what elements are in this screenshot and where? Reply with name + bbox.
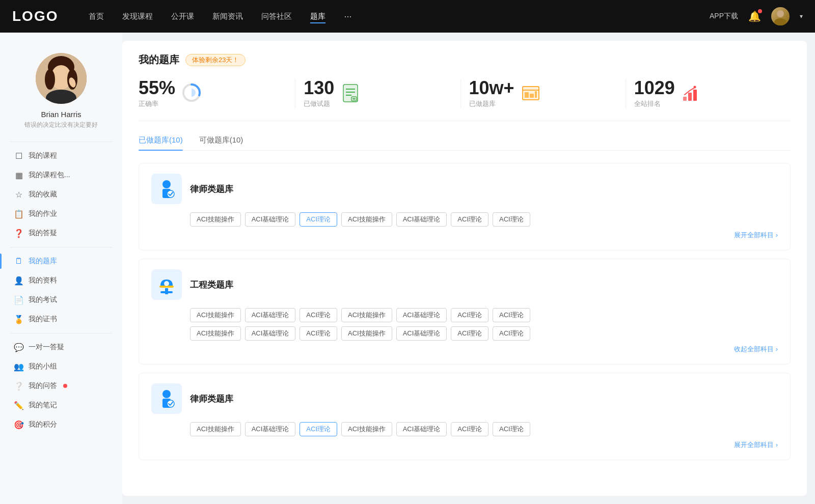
bank-tag-active[interactable]: ACI理论 xyxy=(300,422,337,436)
stat-rank-group: 1029 全站排名 xyxy=(634,79,675,108)
nav-links: 首页 发现课程 公开课 新闻资讯 问答社区 题库 ··· xyxy=(89,10,710,23)
bank-tags-row: ACI技能操作 ACI基础理论 ACI理论 ACI技能操作 ACI基础理论 AC… xyxy=(151,212,778,227)
bank-tag[interactable]: ACI基础理论 xyxy=(245,422,296,436)
tabs: 已做题库(10) 可做题库(10) xyxy=(139,135,791,151)
nav-more[interactable]: ··· xyxy=(344,11,351,22)
sidebar-item-label: 我的课程包... xyxy=(29,171,70,180)
sidebar-item-label: 我的积分 xyxy=(29,420,57,429)
bank-tag[interactable]: ACI理论 xyxy=(493,326,530,341)
bank-tag[interactable]: ACI基础理论 xyxy=(245,212,296,227)
sidebar-item-profile[interactable]: 👤 我的资料 xyxy=(0,271,122,290)
bank-icon-wrapper xyxy=(151,174,182,204)
sidebar-item-label: 我的问答 xyxy=(29,381,57,390)
svg-rect-28 xyxy=(688,93,692,101)
bank-tag-active[interactable]: ACI理论 xyxy=(300,212,337,227)
bank-tag[interactable]: ACI技能操作 xyxy=(190,326,241,341)
bank-tag[interactable]: ACI基础理论 xyxy=(245,326,296,341)
profile-avatar xyxy=(36,53,87,104)
profile-avatar-image xyxy=(36,53,87,104)
bank-tag[interactable]: ACI技能操作 xyxy=(190,308,241,322)
nav-discover[interactable]: 发现课程 xyxy=(122,10,153,23)
main-layout: Brian Harris 错误的决定比没有决定要好 ☐ 我的课程 ▦ 我的课程包… xyxy=(0,33,815,504)
nav-open-course[interactable]: 公开课 xyxy=(171,10,194,23)
sidebar-item-course-package[interactable]: ▦ 我的课程包... xyxy=(0,165,122,185)
sidebar-item-group[interactable]: 👥 我的小组 xyxy=(0,357,122,376)
engineer-icon xyxy=(155,273,178,296)
trial-badge: 体验剩余23天！ xyxy=(185,54,246,66)
stat-done-group: 130 已做试题 xyxy=(304,79,334,108)
nav-news[interactable]: 新闻资讯 xyxy=(212,10,243,23)
bank-tag[interactable]: ACI理论 xyxy=(451,308,488,322)
sidebar-item-qa[interactable]: ❓ 我的答疑 xyxy=(0,223,122,243)
one-on-one-icon: 💬 xyxy=(14,343,23,352)
bank-tag[interactable]: ACI基础理论 xyxy=(396,212,447,227)
sidebar-item-certificate[interactable]: 🏅 我的证书 xyxy=(0,310,122,329)
svg-rect-27 xyxy=(683,97,687,101)
sidebar-item-favorites[interactable]: ☆ 我的收藏 xyxy=(0,185,122,204)
bank-tag[interactable]: ACI理论 xyxy=(451,212,488,227)
bank-tag[interactable]: ACI理论 xyxy=(493,422,530,436)
bank-tag[interactable]: ACI基础理论 xyxy=(396,308,447,322)
stats-row: 55% 正确率 130 已做试题 xyxy=(139,79,791,121)
sidebar-item-notes[interactable]: ✏️ 我的笔记 xyxy=(0,396,122,415)
svg-rect-29 xyxy=(693,90,697,101)
bank-tag[interactable]: ACI理论 xyxy=(451,422,488,436)
bank-tag[interactable]: ACI技能操作 xyxy=(341,422,392,436)
notes-icon: ✏️ xyxy=(14,401,23,410)
avatar[interactable] xyxy=(771,7,790,25)
svg-point-30 xyxy=(693,86,696,89)
certificate-icon: 🏅 xyxy=(14,315,23,324)
bank-tag[interactable]: ACI基础理论 xyxy=(396,422,447,436)
bank-tag[interactable]: ACI技能操作 xyxy=(341,326,392,341)
notification-bell[interactable]: 🔔 xyxy=(748,10,761,22)
sidebar: Brian Harris 错误的决定比没有决定要好 ☐ 我的课程 ▦ 我的课程包… xyxy=(0,33,122,504)
bank-tag[interactable]: ACI理论 xyxy=(451,326,488,341)
bank-tag[interactable]: ACI理论 xyxy=(300,326,337,341)
sidebar-item-my-course[interactable]: ☐ 我的课程 xyxy=(0,146,122,165)
sidebar-item-exam[interactable]: 📄 我的考试 xyxy=(0,290,122,310)
sidebar-divider-2 xyxy=(10,247,112,247)
bank-tag[interactable]: ACI技能操作 xyxy=(190,212,241,227)
tab-available-banks[interactable]: 可做题库(10) xyxy=(199,135,243,150)
bank-tag[interactable]: ACI理论 xyxy=(493,308,530,322)
bank-tags-row-2: ACI技能操作 ACI基础理论 ACI理论 ACI技能操作 ACI基础理论 AC… xyxy=(151,326,778,341)
sidebar-item-points[interactable]: 🎯 我的积分 xyxy=(0,415,122,434)
main-content: 我的题库 体验剩余23天！ 55% 正确率 xyxy=(122,41,807,496)
svg-point-31 xyxy=(162,180,171,188)
stat-banks-value: 10w+ xyxy=(469,79,514,97)
bank-tag[interactable]: ACI基础理论 xyxy=(396,326,447,341)
bank-card-header: 律师类题库 xyxy=(151,174,778,204)
sidebar-item-quiz-bank[interactable]: 🗒 我的题库 xyxy=(0,251,122,271)
nav-qa[interactable]: 问答社区 xyxy=(261,10,292,23)
nav-right: APP下载 🔔 ▾ xyxy=(710,7,803,25)
sidebar-menu: ☐ 我的课程 ▦ 我的课程包... ☆ 我的收藏 📋 我的作业 ❓ 我的答疑 � xyxy=(0,146,122,434)
app-download-button[interactable]: APP下载 xyxy=(710,12,738,21)
page-header: 我的题库 体验剩余23天！ xyxy=(139,53,791,67)
bank-tag[interactable]: ACI技能操作 xyxy=(341,212,392,227)
bank-expand-button[interactable]: 展开全部科目 › xyxy=(151,231,778,240)
stat-done-value: 130 xyxy=(304,79,334,97)
svg-rect-26 xyxy=(535,91,537,98)
sidebar-item-homework[interactable]: 📋 我的作业 xyxy=(0,204,122,223)
sidebar-divider xyxy=(10,142,112,142)
bank-tag[interactable]: ACI理论 xyxy=(493,212,530,227)
sidebar-item-one-on-one[interactable]: 💬 一对一答疑 xyxy=(0,338,122,357)
svg-rect-25 xyxy=(530,94,534,98)
group-icon: 👥 xyxy=(14,362,23,371)
bank-card-header: 律师类题库 xyxy=(151,383,778,414)
bank-expand-button-2[interactable]: 展开全部科目 › xyxy=(151,440,778,450)
bank-collapse-button[interactable]: 收起全部科目 › xyxy=(151,345,778,354)
nav-home[interactable]: 首页 xyxy=(89,10,104,23)
svg-point-5 xyxy=(45,69,55,90)
bank-tag[interactable]: ACI基础理论 xyxy=(245,308,296,322)
bank-card-engineer: 工程类题库 ACI技能操作 ACI基础理论 ACI理论 ACI技能操作 ACI基… xyxy=(139,259,791,365)
accuracy-pie-icon xyxy=(181,82,202,105)
avatar-chevron-down-icon[interactable]: ▾ xyxy=(800,13,803,20)
tab-done-banks[interactable]: 已做题库(10) xyxy=(139,135,183,150)
bank-tag[interactable]: ACI技能操作 xyxy=(190,422,241,436)
bank-tag[interactable]: ACI理论 xyxy=(300,308,337,322)
nav-quiz[interactable]: 题库 xyxy=(310,10,325,23)
lawyer-icon xyxy=(155,178,178,200)
bank-tag[interactable]: ACI技能操作 xyxy=(341,308,392,322)
sidebar-item-my-questions[interactable]: ❔ 我的问答 xyxy=(0,376,122,396)
